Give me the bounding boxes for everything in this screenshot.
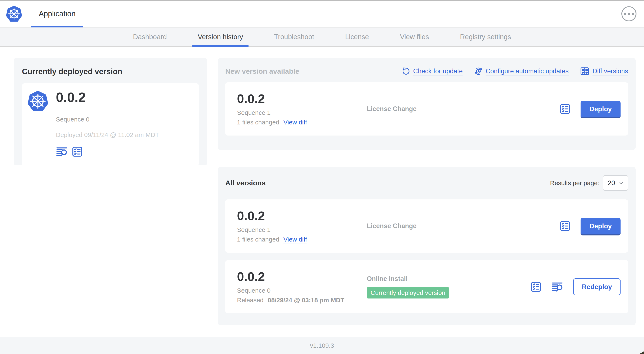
right-column: New version available Check for update C… [218,58,636,325]
files-changed-label: 1 files changed [237,119,279,126]
diff-icon [580,66,590,76]
currently-deployed-badge: Currently deployed version [367,287,449,298]
version-sequence: Sequence 0 [237,287,367,294]
currently-deployed-panel: Currently deployed version 0.0.2 Sequenc… [14,58,207,165]
version-action-links: Check for update Configure automatic upd… [402,66,628,76]
new-version-panel-header: New version available Check for update C… [225,66,628,76]
version-source-label: Online Install [367,275,408,282]
deploy-button[interactable]: Deploy [580,218,620,234]
new-version-panel: New version available Check for update C… [218,58,636,150]
chevron-down-icon [618,180,624,186]
diff-versions-link[interactable]: Diff versions [580,66,628,76]
app-tab-label: Application [39,10,76,18]
check-for-update-link[interactable]: Check for update [402,67,463,76]
currently-deployed-title: Currently deployed version [22,67,199,76]
version-source-label: License Change [367,105,559,113]
tab-license[interactable]: License [340,28,374,46]
version-number: 0.0.2 [237,270,367,284]
version-source-label: License Change [367,222,559,230]
app-tab-active-underline [31,26,83,28]
all-versions-panel: All versions Results per page: 20 [218,167,636,325]
tab-view-files[interactable]: View files [394,28,434,46]
preflight-checks-icon[interactable] [559,103,571,115]
results-per-page-label: Results per page: [550,180,599,187]
version-sequence: Sequence 1 [237,226,367,233]
view-diff-link[interactable]: View diff [284,119,307,126]
deployed-timestamp: Deployed 09/11/24 @ 11:02 am MDT [56,131,190,138]
admin-console-app: Application Dashboard Version history Tr… [0,0,644,354]
nav-tab-bar: Dashboard Version history Troubleshoot L… [0,28,644,47]
top-bar: Application [0,1,644,28]
tab-version-history[interactable]: Version history [192,28,248,46]
ellipsis-icon [624,13,626,15]
refresh-icon [402,67,410,76]
released-timestamp: 08/29/24 @ 03:18 pm MDT [268,297,344,304]
results-per-page: Results per page: 20 [550,175,628,191]
deploy-button[interactable]: Deploy [580,101,620,117]
view-diff-link[interactable]: View diff [284,236,307,243]
new-version-title: New version available [225,67,299,75]
deployed-version-number: 0.0.2 [56,89,190,112]
preflight-checks-icon[interactable] [530,281,542,293]
version-number: 0.0.2 [237,92,367,106]
tab-registry-settings[interactable]: Registry settings [454,28,516,46]
version-row-sequence-1: 0.0.2 Sequence 1 1 files changed View di… [225,199,628,253]
all-versions-title: All versions [225,179,266,187]
released-label: Released [237,297,264,304]
all-versions-header: All versions Results per page: 20 [225,175,628,191]
deployed-version-actions [56,146,190,158]
deploy-logs-icon[interactable] [56,146,68,158]
version-number: 0.0.2 [237,209,367,223]
tab-dashboard[interactable]: Dashboard [128,28,172,46]
new-version-row: 0.0.2 Sequence 1 1 files changed View di… [225,82,628,136]
results-per-page-select[interactable]: 20 [603,175,628,191]
main-content: Currently deployed version 0.0.2 Sequenc… [0,47,644,337]
deployed-sequence-label: Sequence 0 [56,116,190,123]
files-changed-label: 1 files changed [237,236,279,243]
app-tab[interactable]: Application [31,1,83,27]
configure-automatic-updates-link[interactable]: Configure automatic updates [474,67,569,76]
deploy-logs-icon[interactable] [552,281,564,293]
footer: v1.109.3 [0,337,644,354]
kubernetes-logo-icon [6,5,22,23]
preflight-checks-icon[interactable] [72,146,83,158]
more-menu-button[interactable] [622,6,636,21]
redeploy-button[interactable]: Redeploy [573,278,620,295]
deployed-version-card: 0.0.2 Sequence 0 Deployed 09/11/24 @ 11:… [22,83,199,166]
kubernetes-logo-icon [28,89,56,112]
tab-troubleshoot[interactable]: Troubleshoot [268,28,320,46]
preflight-checks-icon[interactable] [559,220,571,232]
version-sequence: Sequence 1 [237,109,367,116]
console-version-label: v1.109.3 [310,342,334,349]
version-row-sequence-0: 0.0.2 Sequence 0 Released 08/29/24 @ 03:… [225,260,628,313]
schedule-update-icon [474,67,483,76]
